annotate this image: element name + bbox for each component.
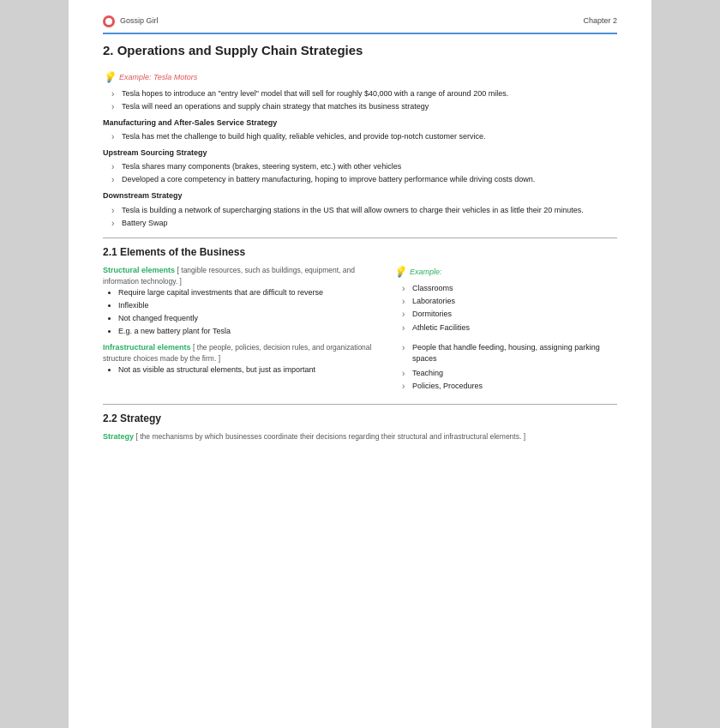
structural-block: Structural elements [ tangible resources…	[103, 265, 376, 337]
bulb-icon: 💡	[103, 70, 116, 85]
col-left: Structural elements [ tangible resources…	[103, 265, 376, 395]
header-divider	[103, 33, 617, 34]
infra-right-item-1: Teaching	[402, 368, 617, 379]
example-right-label: 💡 Example:	[393, 265, 617, 280]
tesla-bullets: Tesla hopes to introduce an "entry level…	[103, 88, 617, 112]
manufacturing-bullets: Tesla has met the challenge to build hig…	[103, 131, 617, 142]
structural-bullet-3: Not changed frequently	[118, 313, 376, 324]
structural-bullet-1: Require large capital investments that a…	[118, 287, 376, 298]
downstream-label: Downstream Strategy	[103, 190, 617, 202]
section-22-body: Strategy [ the mechanisms by which busin…	[103, 431, 617, 442]
section-22-title: 2.2 Strategy	[103, 412, 617, 426]
infrastructural-block: Infrastructural elements [ the people, p…	[103, 342, 376, 376]
manufacturing-bullet-1: Tesla has met the challenge to build hig…	[111, 131, 617, 142]
infrastructural-bullets: Not as visible as structural elements, b…	[103, 364, 376, 376]
right-item-1: Classrooms	[402, 283, 617, 294]
infra-right-items: Teaching Policies, Procedures	[393, 368, 617, 392]
right-item-3: Dormitories	[402, 309, 617, 320]
example-tesla-label: 💡 Example: Tesla Motors	[103, 70, 617, 85]
upstream-bullet-1: Tesla shares many components (brakes, st…	[111, 161, 617, 172]
section-22-divider	[103, 404, 617, 405]
upstream-bullet-2: Developed a core competency in battery m…	[111, 174, 617, 185]
tesla-bullet-1: Tesla hopes to introduce an "entry level…	[111, 88, 617, 99]
tesla-bullet-2: Tesla will need an operations and supply…	[111, 101, 617, 112]
infra-right-item-2: Policies, Procedures	[402, 381, 617, 392]
two-col-layout: Structural elements [ tangible resources…	[103, 265, 617, 395]
downstream-bullet-2: Battery Swap	[111, 218, 617, 229]
infra-right-block: People that handle feeding, housing, ass…	[393, 342, 617, 392]
col-right: 💡 Example: Classrooms Laboratories Dormi…	[393, 265, 617, 395]
brand-icon	[103, 15, 115, 27]
infrastructural-label: Infrastructural elements	[103, 343, 191, 352]
infra-right-people: People that handle feeding, housing, ass…	[393, 342, 617, 364]
right-item-2: Laboratories	[402, 296, 617, 307]
brand-name: Gossip Girl	[120, 15, 159, 27]
infra-right-people-item: People that handle feeding, housing, ass…	[402, 342, 617, 364]
page-title: 2. Operations and Supply Chain Strategie…	[103, 41, 617, 60]
structural-bullet-4: E.g. a new battery plant for Tesla	[118, 326, 376, 337]
example-right-items: Classrooms Laboratories Dormitories Athl…	[393, 283, 617, 333]
section-21-title: 2.1 Elements of the Business	[103, 245, 617, 260]
infrastructural-bullet-1: Not as visible as structural elements, b…	[118, 364, 376, 376]
upstream-label: Upstream Sourcing Strategy	[103, 147, 617, 159]
section-21-divider	[103, 238, 617, 238]
strategy-descriptor: [ the mechanisms by which businesses coo…	[136, 432, 526, 441]
structural-label: Structural elements	[103, 266, 175, 274]
strategy-label: Strategy	[103, 432, 134, 441]
page: Gossip Girl Chapter 2 2. Operations and …	[69, 0, 651, 728]
header: Gossip Girl Chapter 2	[103, 15, 617, 27]
upstream-bullets: Tesla shares many components (brakes, st…	[103, 161, 617, 185]
structural-bullet-2: Inflexible	[118, 300, 376, 311]
downstream-bullet-1: Tesla is building a network of superchar…	[111, 205, 617, 216]
header-left: Gossip Girl	[103, 15, 159, 27]
chapter-label: Chapter 2	[583, 15, 617, 27]
manufacturing-label: Manufacturing and After-Sales Service St…	[103, 117, 617, 129]
right-item-4: Athletic Facilities	[402, 322, 617, 334]
bulb-icon-right: 💡	[393, 265, 406, 280]
downstream-bullets: Tesla is building a network of superchar…	[103, 205, 617, 229]
structural-bullets: Require large capital investments that a…	[103, 287, 376, 337]
